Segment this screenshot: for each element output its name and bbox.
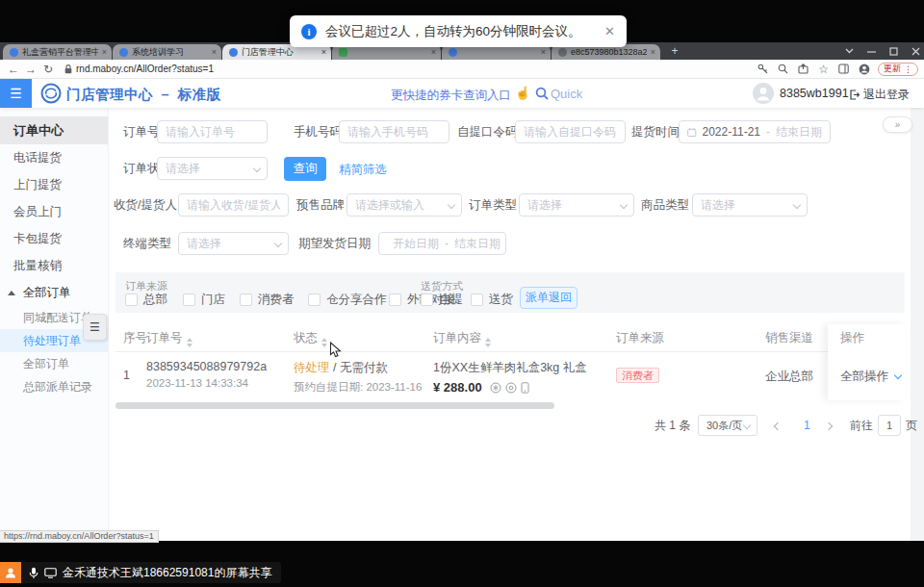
side-panel-icon[interactable] (838, 64, 849, 74)
sidebar-item-all-orders[interactable]: 全部订单 (0, 352, 108, 375)
back-icon[interactable]: ← (5, 63, 22, 76)
browser-update-button[interactable]: 更新 ⋮ (878, 63, 918, 76)
table-row[interactable]: 1 83859345088979792a 2023-11-13 14:33:34… (116, 352, 905, 400)
col-order-no[interactable]: 订单号 (146, 324, 192, 352)
tab-close-icon[interactable]: × (102, 47, 107, 57)
goto-page-input[interactable] (878, 415, 901, 436)
tab-close-icon[interactable]: × (541, 47, 546, 57)
checkbox-icon[interactable] (125, 294, 138, 306)
microphone-icon[interactable] (29, 567, 38, 579)
tab-favicon (449, 48, 457, 57)
browser-profile-icon[interactable] (859, 64, 870, 75)
tab-close-icon[interactable]: × (651, 47, 655, 57)
checkbox-icon[interactable] (308, 294, 321, 306)
checkbox-icon[interactable] (389, 294, 401, 306)
close-window-icon[interactable] (911, 47, 920, 56)
reload-icon[interactable]: ↻ (39, 63, 57, 76)
horizontal-scrollbar[interactable] (116, 402, 905, 409)
forward-icon[interactable]: → (22, 63, 39, 76)
col-action: 操作 (840, 324, 864, 352)
user-avatar[interactable] (753, 83, 774, 104)
checkbox-delivery-selfpickup[interactable]: 自提 (421, 292, 463, 308)
sidebar-item-card-pickup[interactable]: 卡包提货 (0, 225, 108, 252)
checkbox-icon[interactable] (240, 294, 252, 306)
simple-filter-link[interactable]: 精简筛选 (339, 162, 387, 178)
new-tab-button[interactable]: + (667, 44, 682, 60)
dispatch-return-button[interactable]: 派单退回 (520, 287, 578, 309)
hamburger-menu-icon[interactable]: ☰ (0, 79, 32, 108)
maximize-icon[interactable] (889, 47, 898, 56)
receiver-input[interactable] (178, 193, 289, 217)
zoom-icon[interactable] (778, 64, 788, 74)
terminal-type-select[interactable]: 请选择 (178, 232, 289, 255)
window-controls (845, 42, 920, 60)
sort-icon[interactable] (321, 338, 327, 347)
tab-close-icon[interactable]: × (212, 47, 217, 57)
ship-date-range[interactable]: 开始日期 - 结束日期 (378, 232, 506, 255)
sidebar-item-member-visit[interactable]: 会员上门 (0, 198, 108, 225)
pickup-end-date[interactable]: 结束日期 (776, 124, 822, 140)
url-text[interactable]: rnd.maboy.cn/AllOrder?status=1 (76, 64, 214, 74)
sort-icon[interactable] (485, 338, 491, 347)
checkbox-source-hq[interactable]: 总部 (125, 292, 167, 308)
logout-button[interactable]: 退出登录 (849, 87, 910, 103)
sidebar-item-batch-verify[interactable]: 批量核销 (0, 252, 108, 279)
brand-select[interactable]: 请选择或输入 (346, 193, 462, 217)
sort-icon[interactable] (187, 338, 192, 347)
tab-close-icon[interactable]: × (321, 47, 326, 57)
order-type-select[interactable]: 请选择 (519, 193, 634, 217)
col-content[interactable]: 订单内容 (433, 324, 491, 352)
sidebar-collapse-handle[interactable]: ☰ (83, 314, 107, 341)
chevron-down-icon (894, 371, 902, 379)
order-no-input[interactable] (157, 120, 268, 143)
checkbox-icon[interactable] (471, 294, 483, 306)
filter-collapse-button[interactable]: » (883, 116, 912, 133)
phone-input[interactable] (339, 120, 449, 143)
order-status-select[interactable]: 请选择 (157, 157, 268, 180)
key-icon[interactable] (757, 64, 768, 74)
meeting-toast: i 会议已超过2人，自动转为60分钟限时会议。 ✕ (290, 15, 627, 47)
username-text[interactable]: 8385wb1991 (780, 87, 849, 100)
fixed-action-column: 操作 全部操作 (828, 324, 905, 400)
ship-start-date[interactable]: 开始日期 (393, 236, 439, 252)
next-page-button[interactable] (826, 414, 832, 437)
row-action-dropdown[interactable]: 全部操作 (840, 369, 901, 385)
query-button[interactable]: 查询 (284, 157, 326, 181)
checkbox-icon[interactable] (421, 294, 433, 306)
ship-end-date[interactable]: 结束日期 (454, 236, 500, 252)
quick-search-icon[interactable] (535, 87, 549, 100)
tab-close-icon[interactable]: × (431, 47, 436, 57)
sidebar-item-hq-dispatch-records[interactable]: 总部派单记录 (0, 375, 108, 398)
toast-close-icon[interactable]: ✕ (604, 24, 615, 38)
pickup-time-range[interactable]: 2022-11-21 - 结束日期 (679, 120, 831, 143)
sidebar-item-door-pickup[interactable]: 上门提货 (0, 171, 108, 198)
browser-tab-1[interactable]: 礼盒营销平台管理中心 × (3, 44, 112, 60)
globe-icon (558, 48, 567, 57)
current-page-number[interactable]: 1 (804, 414, 810, 437)
scrollbar-thumb[interactable] (116, 402, 554, 409)
checkbox-source-store[interactable]: 门店 (183, 292, 225, 308)
window-menu-icon[interactable] (845, 48, 854, 54)
checkbox-source-consumer[interactable]: 消费者 (240, 292, 295, 308)
minimize-icon[interactable] (867, 47, 876, 56)
app-page: ☰ 门店管理中心 – 标准版 更快捷的券卡查询入口 ☝ Quick 8385wb… (0, 79, 924, 541)
goods-type-select[interactable]: 请选择 (692, 193, 808, 217)
browser-tab-2[interactable]: 系统培训学习 × (113, 44, 221, 60)
checkbox-source-warehouse-share[interactable]: 仓分享合作 (308, 292, 387, 308)
screen-icon[interactable] (44, 568, 57, 578)
share-icon[interactable] (798, 64, 808, 74)
checkbox-delivery-deliver[interactable]: 送货 (471, 292, 513, 308)
checkbox-icon[interactable] (183, 294, 195, 306)
chevron-down-icon (793, 201, 801, 209)
sidebar-item-phone-pickup[interactable]: 电话提货 (0, 144, 108, 171)
col-status[interactable]: 状态 (294, 324, 327, 352)
prev-page-button[interactable] (775, 414, 781, 437)
quick-label[interactable]: Quick (551, 87, 582, 101)
more-icon[interactable]: ⋮ (904, 64, 912, 74)
coupon-query-entry-link[interactable]: 更快捷的券卡查询入口 (391, 88, 511, 104)
pickup-code-input[interactable] (515, 120, 626, 143)
page-size-select[interactable]: 30条/页 (698, 415, 757, 436)
bookmark-star-icon[interactable]: ☆ (818, 63, 829, 76)
pickup-start-date[interactable]: 2022-11-21 (703, 125, 761, 139)
sidebar-group-all-orders[interactable]: 全部订单 (0, 279, 108, 306)
